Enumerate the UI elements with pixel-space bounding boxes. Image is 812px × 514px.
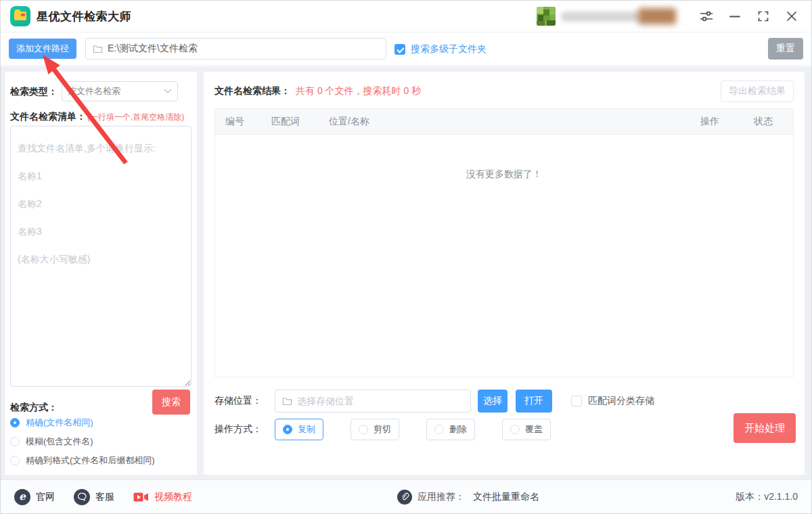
chevron-down-icon <box>164 89 172 94</box>
operation-row: 操作方式： 复制 剪切 删除 覆盖 <box>215 419 551 440</box>
method-radio-exact[interactable]: 精确(文件名相同) <box>10 415 93 430</box>
col-operation: 操作 <box>686 116 734 128</box>
footer-app-recommendation[interactable]: 应用推荐： 文件批量重命名 <box>397 490 539 505</box>
method-radio-exact-format[interactable]: 精确到格式(文件名和后缀都相同) <box>10 453 155 468</box>
avatar <box>537 7 556 26</box>
col-status: 状态 <box>734 116 793 128</box>
maximize-button[interactable] <box>756 9 771 24</box>
add-path-button[interactable]: 添加文件路径 <box>9 39 76 59</box>
subfolder-checkbox-row[interactable]: 搜索多级子文件夹 <box>394 33 487 66</box>
video-camera-icon <box>133 492 149 503</box>
results-title: 文件名检索结果： <box>215 85 290 97</box>
chat-bubble-icon <box>74 489 90 505</box>
start-processing-button[interactable]: 开始处理 <box>734 413 796 443</box>
radio-icon[interactable] <box>10 456 20 465</box>
search-method-label: 检索方式： <box>10 402 58 413</box>
footer-video-tutorial-link[interactable]: 视频教程 <box>133 491 192 503</box>
method-radio-fuzzy[interactable]: 模糊(包含文件名) <box>10 434 93 449</box>
user-account-chip[interactable] <box>537 6 676 26</box>
subfolder-checkbox-label: 搜索多级子文件夹 <box>411 43 487 55</box>
empty-state-text: 没有更多数据了！ <box>215 135 793 181</box>
search-button[interactable]: 搜索 <box>152 390 190 415</box>
browser-e-icon: e <box>14 489 30 505</box>
col-matchword: 匹配词 <box>254 116 317 128</box>
folder-icon <box>93 44 103 53</box>
op-copy[interactable]: 复制 <box>275 419 323 440</box>
toolbar: 添加文件路径 搜索多级子文件夹 重置 <box>1 33 811 66</box>
version-text: 版本：v2.1.1.0 <box>736 491 798 503</box>
op-delete[interactable]: 删除 <box>426 419 475 440</box>
classify-checkbox[interactable] <box>571 396 582 406</box>
classify-checkbox-label: 匹配词分类存储 <box>588 395 654 407</box>
footer-website-link[interactable]: e 官网 <box>14 489 55 505</box>
col-location: 位置/名称 <box>317 116 686 128</box>
name-list-textarea[interactable] <box>10 126 191 387</box>
search-path-input[interactable] <box>108 43 379 54</box>
storage-row: 存储位置： 选择 打开 匹配词分类存储 <box>215 390 654 413</box>
export-results-button[interactable]: 导出检索结果 <box>721 80 794 102</box>
username-redacted <box>561 11 641 22</box>
content-background: 检索类型： 按文件名检索 文件名检索清单： (一行填一个,首尾空格清除) 检索方… <box>1 66 811 480</box>
radio-icon[interactable] <box>359 425 368 434</box>
recommend-app-name[interactable]: 文件批量重命名 <box>473 491 539 503</box>
results-table-header: 编号 匹配词 位置/名称 操作 状态 <box>215 109 793 135</box>
recommend-label: 应用推荐： <box>418 491 465 503</box>
search-config-sidebar: 检索类型： 按文件名检索 文件名检索清单： (一行填一个,首尾空格清除) 检索方… <box>5 72 197 475</box>
results-table: 编号 匹配词 位置/名称 操作 状态 没有更多数据了！ <box>215 108 794 377</box>
settings-sliders-icon[interactable] <box>699 9 714 24</box>
title-bar: 星优文件检索大师 <box>1 1 811 32</box>
col-number: 编号 <box>215 116 254 128</box>
reset-button[interactable]: 重置 <box>768 38 803 60</box>
classify-checkbox-row[interactable]: 匹配词分类存储 <box>571 395 654 407</box>
select-storage-button[interactable]: 选择 <box>478 390 508 413</box>
results-summary: 共有 0 个文件，搜索耗时 0 秒 <box>296 85 421 97</box>
name-list-hint: (一行填一个,首尾空格清除) <box>87 112 184 123</box>
open-storage-button[interactable]: 打开 <box>516 390 552 413</box>
radio-icon[interactable] <box>434 425 444 434</box>
op-cut[interactable]: 剪切 <box>351 419 399 440</box>
op-overwrite[interactable]: 覆盖 <box>502 419 551 440</box>
footer-support-link[interactable]: 客服 <box>74 489 114 505</box>
storage-location-input[interactable] <box>297 396 464 406</box>
app-logo-icon <box>10 6 30 26</box>
search-type-value: 按文件名检索 <box>68 85 120 97</box>
close-button[interactable] <box>784 9 799 24</box>
path-input-wrap[interactable] <box>85 38 386 60</box>
folder-icon <box>282 396 292 406</box>
search-type-label: 检索类型： <box>10 86 58 98</box>
search-type-select[interactable]: 按文件名检索 <box>62 81 178 101</box>
results-panel: 文件名检索结果： 共有 0 个文件，搜索耗时 0 秒 导出检索结果 编号 匹配词… <box>204 72 805 475</box>
radio-checked-icon[interactable] <box>283 425 292 434</box>
radio-icon[interactable] <box>10 437 20 446</box>
user-badge-redacted <box>638 8 676 24</box>
subfolder-checkbox[interactable] <box>394 44 405 55</box>
radio-checked-icon[interactable] <box>10 418 20 427</box>
minimize-button[interactable] <box>727 9 742 24</box>
paperclip-icon <box>397 490 412 505</box>
storage-label: 存储位置： <box>215 395 266 407</box>
radio-icon[interactable] <box>510 425 520 434</box>
name-list-label: 文件名检索清单： <box>10 111 86 123</box>
storage-input-wrap[interactable] <box>275 390 471 413</box>
operation-label: 操作方式： <box>215 423 266 436</box>
footer: e 官网 客服 视频教程 应用推荐： 文件批量重命名 版本：v2.1.1.0 <box>1 480 811 513</box>
app-title: 星优文件检索大师 <box>37 9 131 24</box>
